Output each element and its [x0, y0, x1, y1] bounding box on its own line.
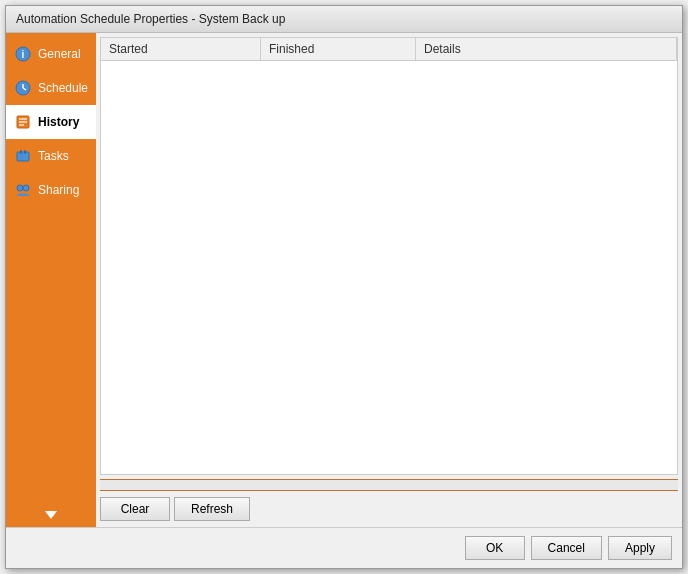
history-table: Started Finished Details — [100, 37, 678, 475]
clear-button[interactable]: Clear — [100, 497, 170, 521]
sidebar-item-tasks-label: Tasks — [38, 149, 69, 163]
sidebar-bottom — [6, 503, 96, 527]
sidebar-item-schedule[interactable]: Schedule — [6, 71, 96, 105]
scroll-down-icon[interactable] — [45, 511, 57, 519]
history-icon — [14, 113, 32, 131]
svg-text:i: i — [22, 49, 25, 60]
svg-rect-10 — [20, 150, 22, 154]
col-header-details: Details — [416, 38, 677, 60]
table-body — [101, 61, 677, 474]
sidebar: i General Schedule — [6, 33, 96, 527]
col-header-started: Started — [101, 38, 261, 60]
sidebar-item-history-label: History — [38, 115, 79, 129]
svg-point-13 — [23, 185, 29, 191]
ok-button[interactable]: OK — [465, 536, 525, 560]
title-bar: Automation Schedule Properties - System … — [6, 6, 682, 33]
sidebar-item-general[interactable]: i General — [6, 37, 96, 71]
window-title: Automation Schedule Properties - System … — [16, 12, 285, 26]
refresh-button[interactable]: Refresh — [174, 497, 250, 521]
general-icon: i — [14, 45, 32, 63]
sidebar-item-general-label: General — [38, 47, 81, 61]
svg-rect-11 — [24, 150, 26, 154]
sidebar-item-sharing-label: Sharing — [38, 183, 79, 197]
table-header: Started Finished Details — [101, 38, 677, 61]
action-buttons: Clear Refresh — [96, 491, 682, 527]
schedule-icon — [14, 79, 32, 97]
cancel-button[interactable]: Cancel — [531, 536, 602, 560]
col-header-finished: Finished — [261, 38, 416, 60]
apply-button[interactable]: Apply — [608, 536, 672, 560]
sidebar-item-history[interactable]: History — [6, 105, 96, 139]
sidebar-item-sharing[interactable]: Sharing — [6, 173, 96, 207]
tasks-icon — [14, 147, 32, 165]
svg-rect-9 — [17, 152, 29, 161]
sidebar-item-schedule-label: Schedule — [38, 81, 88, 95]
horizontal-scrollbar[interactable] — [100, 479, 678, 491]
sidebar-item-tasks[interactable]: Tasks — [6, 139, 96, 173]
sharing-icon — [14, 181, 32, 199]
main-window: Automation Schedule Properties - System … — [5, 5, 683, 569]
content-area: i General Schedule — [6, 33, 682, 527]
svg-point-12 — [17, 185, 23, 191]
main-panel: Started Finished Details Clear Refresh — [96, 33, 682, 527]
footer: OK Cancel Apply — [6, 527, 682, 568]
